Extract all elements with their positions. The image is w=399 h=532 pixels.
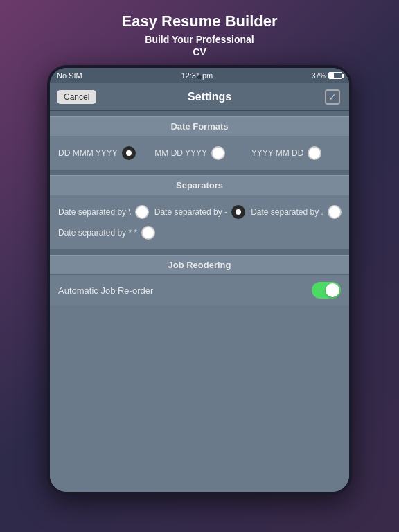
status-right: 37% [312,72,342,80]
settings-content: Date Formats DD MMM YYYY MM DD YYYY YYYY… [50,111,349,492]
separator-dash-radio[interactable] [231,205,245,219]
checkmark-icon: ✓ [325,89,340,105]
status-left: No SIM [57,71,82,80]
separator-dot-radio[interactable] [328,205,342,219]
separator-dash-label: Date separated by - [154,207,227,217]
spacer-top [50,111,349,116]
spacer-mid [50,170,349,175]
date-format-dd-mmm-yyyy[interactable]: DD MMM YYYY [58,146,148,160]
app-title: Easy Resume Builder [122,12,278,30]
separator-dash[interactable]: Date separated by - [154,205,245,219]
separator-dot-label: Date separated by . [251,207,323,217]
separator-star-radio[interactable] [141,226,155,240]
battery-percent: 37% [312,72,326,80]
cancel-button[interactable]: Cancel [57,90,96,104]
separator-star-label: Date separated by * * [58,228,137,238]
separator-backslash[interactable]: Date separated by \ [58,205,149,219]
separator-dot[interactable]: Date separated by . [251,205,342,219]
date-format-yyyy-mm-dd[interactable]: YYYY MM DD [251,146,341,160]
date-format-yyyy-mm-dd-label: YYYY MM DD [251,148,304,158]
no-sim-label: No SIM [57,71,82,80]
separator-backslash-label: Date separated by \ [58,207,131,217]
date-format-options: DD MMM YYYY MM DD YYYY YYYY MM DD [58,146,341,160]
auto-reorder-toggle[interactable] [312,282,341,299]
toggle-knob [326,283,339,297]
date-format-mm-dd-yyyy[interactable]: MM DD YYYY [154,146,244,160]
app-subtitle: Build Your ProfessionalCV [122,33,278,58]
auto-reorder-label: Automatic Job Re-order [58,285,153,296]
separator-star[interactable]: Date separated by * * [58,226,341,240]
date-format-dd-mmm-yyyy-label: DD MMM YYYY [58,148,118,158]
done-button[interactable]: ✓ [323,87,342,107]
camera-bump [197,75,202,79]
nav-bar: Cancel Settings ✓ [50,83,349,111]
separators-content: Date separated by \ Date separated by - … [50,195,349,249]
date-format-dd-mmm-yyyy-radio[interactable] [122,146,136,160]
nav-title: Settings [188,91,231,103]
battery-icon [328,72,342,79]
app-header: Easy Resume Builder Build Your Professio… [108,0,292,65]
separator-backslash-radio[interactable] [135,205,149,219]
device-frame: No SIM 12:31 pm 37% Cancel Settings ✓ Da… [47,65,352,495]
separators-header: Separators [50,175,349,195]
separator-options: Date separated by \ Date separated by - … [58,205,341,240]
date-format-yyyy-mm-dd-radio[interactable] [308,146,321,160]
date-formats-content: DD MMM YYYY MM DD YYYY YYYY MM DD [50,136,349,170]
auto-reorder-row: Automatic Job Re-order [50,275,349,305]
spacer-bot [50,249,349,255]
date-formats-header: Date Formats [50,116,349,136]
date-format-mm-dd-yyyy-label: MM DD YYYY [154,148,207,158]
job-reordering-header: Job Reodering [50,255,349,275]
separators-row-1: Date separated by \ Date separated by - … [58,205,341,219]
separators-row-2: Date separated by * * [58,226,341,240]
date-format-mm-dd-yyyy-radio[interactable] [211,146,225,160]
